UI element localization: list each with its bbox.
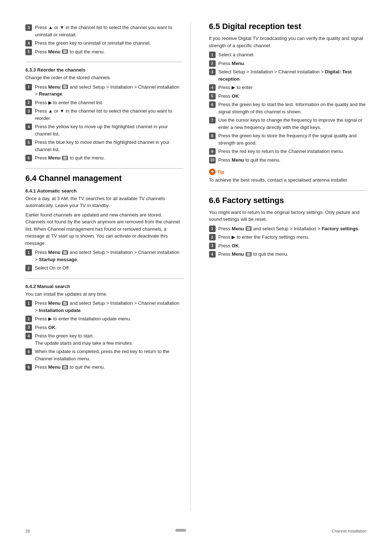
step-text: Press Menu and select Setup > Installati… xyxy=(35,249,183,263)
list-item: 2 Press ▶ to enter the Factory settings … xyxy=(209,234,367,241)
list-item: 6 Press Menu to quit the menu. xyxy=(25,154,183,162)
menu-icon xyxy=(62,85,68,89)
step-text: Press the yellow key to move up the high… xyxy=(35,123,183,137)
list-item: 1 Press Menu and select Setup > Installa… xyxy=(25,249,183,263)
step-number: 2 xyxy=(209,234,216,240)
list-item: 4 Press the green key to uninstall or re… xyxy=(25,40,183,47)
step-text: Select a channel. xyxy=(219,51,367,58)
step-text: Select On or Off. xyxy=(35,264,183,272)
step-number: 1 xyxy=(25,84,32,90)
step-text: Press ▲ or ▼ in the channel list to sele… xyxy=(35,108,183,122)
subsection-641-steps: 1 Press Menu and select Setup > Installa… xyxy=(25,249,183,272)
list-item: 1 Press Menu and select Setup > Installa… xyxy=(209,225,367,232)
list-item: 4 Press ▶ to enter xyxy=(209,84,367,91)
list-item: 1 Press Menu and select Setup > Installa… xyxy=(25,84,183,98)
list-item: 4 Press Menu to quit the menu. xyxy=(209,251,367,258)
subsection-633-title: 6.3.3 Reorder the channels xyxy=(25,67,183,73)
menu-icon xyxy=(62,365,68,369)
step-text: Press ▶ to enter the Installation update… xyxy=(35,315,183,323)
step-number: 9 xyxy=(209,148,216,155)
step-number: 6 xyxy=(209,101,216,108)
list-item: 2 Press ▶ to enter the Installation upda… xyxy=(25,315,183,323)
list-item: 2 Select On or Off. xyxy=(25,264,183,272)
step-text: Press ▲ or ▼ in the channel list to sele… xyxy=(35,24,183,38)
list-item: 10 Press Menu to quit the menu. xyxy=(209,157,367,164)
menu-icon xyxy=(62,156,68,160)
step-text: Press the red key to return to the Chann… xyxy=(219,148,367,155)
tip-label: Tip xyxy=(217,169,224,175)
step-number: 2 xyxy=(25,265,32,271)
step-number: 1 xyxy=(25,249,32,256)
tip-box: ✦ Tip To achieve the best results, conta… xyxy=(209,169,367,184)
menu-icon xyxy=(62,49,68,54)
section-65-title: 6.5 Digital reception test xyxy=(209,22,367,31)
section-66-title: 6.6 Factory settings xyxy=(209,196,367,205)
step-text: Press OK. xyxy=(219,242,367,250)
step-number: 2 xyxy=(25,316,32,322)
step-text: Press Menu to quit the menu. xyxy=(35,364,183,371)
step-number: 5 xyxy=(25,49,32,55)
step-text: Press the green key to store the frequen… xyxy=(219,132,367,146)
step-text: Press OK. xyxy=(35,324,183,331)
list-item: 5 Press Menu to quit the menu. xyxy=(25,48,183,56)
list-item: 1 Press Menu and select Setup > Installa… xyxy=(25,300,183,314)
tip-icon: ✦ xyxy=(209,169,216,175)
step-number: 6 xyxy=(25,155,32,161)
step-text: Press Menu. xyxy=(219,60,367,67)
section-divider xyxy=(209,190,367,191)
step-text: Press Menu and select Setup > Installati… xyxy=(35,84,183,98)
section-65-intro: If you receive Digital TV broadcasting y… xyxy=(209,35,367,49)
step-number: 3 xyxy=(25,108,32,114)
list-item: 8 Press the green key to store the frequ… xyxy=(209,132,367,146)
list-item: 4 Press the yellow key to move up the hi… xyxy=(25,123,183,137)
list-item: 9 Press the red key to return to the Cha… xyxy=(209,148,367,155)
list-item: 6 Press Menu to quit the menu. xyxy=(25,364,183,371)
step-text: Press Menu and select Setup > Installati… xyxy=(219,225,367,232)
step-number: 1 xyxy=(209,226,216,232)
step-number: 4 xyxy=(209,251,216,258)
step-number: 1 xyxy=(25,300,32,307)
step-number: 3 xyxy=(209,243,216,249)
tip-text: To achieve the best results, contact a s… xyxy=(209,177,367,184)
list-item: 2 Press ▶ to enter the channel list. xyxy=(25,99,183,106)
step-text: Press Menu to quit the menu. xyxy=(35,48,183,56)
list-item: 3 Select Setup > Installation > Channel … xyxy=(209,68,367,82)
section-divider xyxy=(25,62,183,62)
step-text: Press ▶ to enter the channel list. xyxy=(35,99,183,106)
step-text: Press ▶ to enter xyxy=(219,84,367,91)
section-65-steps: 1 Select a channel. 2 Press Menu. 3 Sele… xyxy=(209,51,367,163)
intro-steps-list: 3 Press ▲ or ▼ in the channel list to se… xyxy=(25,24,183,55)
footer-center xyxy=(175,529,186,533)
subsection-633-intro: Change the order of the stored channels. xyxy=(25,74,183,81)
step-text: Press the green key to uninstall or rein… xyxy=(35,40,183,47)
step-number: 4 xyxy=(209,84,216,91)
step-text: Press ▶ to enter the Factory settings me… xyxy=(219,234,367,241)
step-text: Press Menu and select Setup > Installati… xyxy=(35,300,183,314)
footer-section-label: Channel installation xyxy=(332,529,367,533)
step-text: Select Setup > Installation > Channel in… xyxy=(219,68,367,82)
menu-icon xyxy=(62,301,68,305)
step-number: 6 xyxy=(25,364,32,370)
step-number: 3 xyxy=(25,324,32,331)
step-text: Press the green key to start.The update … xyxy=(35,332,183,347)
step-text: Use the cursor keys to change the freque… xyxy=(219,117,367,131)
list-item: 2 Press Menu. xyxy=(209,60,367,67)
section-divider xyxy=(25,278,183,279)
step-text: Press Menu to quit the menu. xyxy=(219,251,367,258)
step-text: Press Menu to quit the menu. xyxy=(219,157,367,164)
list-item: 4 Press the green key to start.The updat… xyxy=(25,332,183,347)
right-column: 6.5 Digital reception test If you receiv… xyxy=(205,22,367,511)
menu-icon xyxy=(62,250,68,255)
list-item: 3 Press ▲ or ▼ in the channel list to se… xyxy=(25,108,183,122)
step-number: 7 xyxy=(209,117,216,123)
list-item: 1 Select a channel. xyxy=(209,51,367,58)
menu-icon xyxy=(246,226,252,231)
list-item: 5 Press OK. xyxy=(209,93,367,100)
left-column: 3 Press ▲ or ▼ in the channel list to se… xyxy=(25,22,191,511)
footer-decoration xyxy=(175,529,186,532)
page-number: 28 xyxy=(25,529,30,533)
step-text: Press OK. xyxy=(219,93,367,100)
list-item: 6 Press the green key to start the test.… xyxy=(209,101,367,115)
section-64-title: 6.4 Channel management xyxy=(25,174,183,183)
subsection-642-intro: You can install the updates at any time. xyxy=(25,291,183,298)
